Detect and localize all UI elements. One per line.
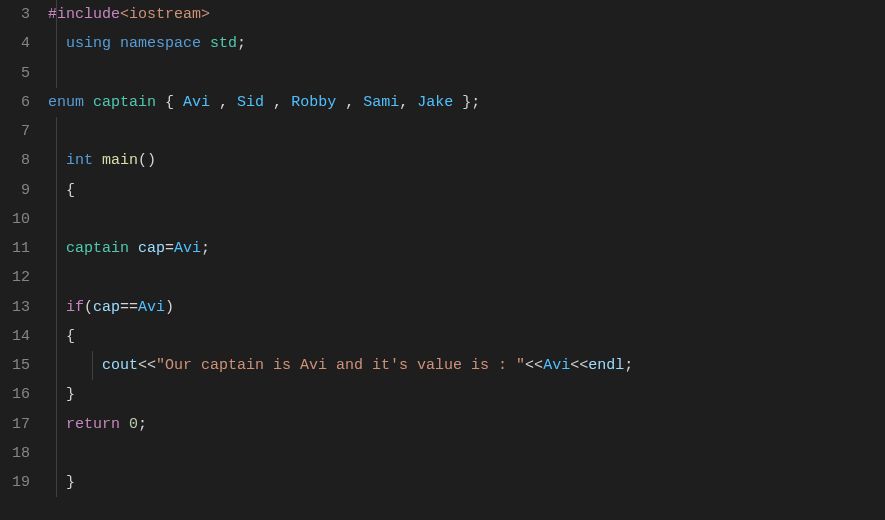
code-line[interactable] [48,263,885,292]
line-number: 13 [0,293,30,322]
line-number: 3 [0,0,30,29]
code-line[interactable] [48,439,885,468]
keyword-return: return [66,410,120,439]
enum-value: Avi [174,234,201,263]
enum-value: Sami [363,88,399,117]
var-cap: cap [93,293,120,322]
code-line[interactable]: cout<<"Our captain is Avi and it's value… [48,351,885,380]
brace-close: } [66,380,75,409]
code-line[interactable]: return 0; [48,410,885,439]
semicolon: ; [201,234,210,263]
line-number: 4 [0,29,30,58]
code-line[interactable]: using namespace std; [48,29,885,58]
line-number: 7 [0,117,30,146]
semicolon: ; [237,29,246,58]
keyword-enum: enum [48,88,84,117]
code-line[interactable] [48,205,885,234]
type-captain: captain [66,234,129,263]
semicolon: ; [624,351,633,380]
keyword-using: using [66,29,111,58]
function-main: main [93,146,138,175]
line-number: 19 [0,468,30,497]
code-line[interactable] [48,59,885,88]
line-number-gutter: 3 4 5 6 7 8 9 10 11 12 13 14 15 16 17 18… [0,0,48,520]
line-number: 6 [0,88,30,117]
keyword-namespace: namespace [120,29,201,58]
number-literal: 0 [120,410,138,439]
line-number: 17 [0,410,30,439]
line-number: 15 [0,351,30,380]
code-line[interactable] [48,117,885,146]
var-cap: cap [129,234,165,263]
line-number: 11 [0,234,30,263]
line-number: 14 [0,322,30,351]
enum-name: captain [93,88,156,117]
enum-value: Avi [138,293,165,322]
cout: cout [102,351,138,380]
line-number: 8 [0,146,30,175]
keyword-int: int [66,146,93,175]
code-line[interactable]: { [48,322,885,351]
line-number: 9 [0,176,30,205]
preprocessor: #include [48,0,120,29]
include-header: <iostream> [120,0,210,29]
code-content[interactable]: #include<iostream> using namespace std; … [48,0,885,520]
enum-value: Avi [543,351,570,380]
brace-open: { [156,88,183,117]
line-number: 18 [0,439,30,468]
brace-open: { [66,176,75,205]
line-number: 16 [0,380,30,409]
code-editor[interactable]: 3 4 5 6 7 8 9 10 11 12 13 14 15 16 17 18… [0,0,885,520]
namespace-std: std [210,29,237,58]
code-line[interactable]: int main() [48,146,885,175]
parentheses: () [138,146,156,175]
brace-close: } [66,468,75,497]
code-line[interactable]: if(cap==Avi) [48,293,885,322]
code-line[interactable]: } [48,380,885,409]
line-number: 5 [0,59,30,88]
line-number: 10 [0,205,30,234]
endl: endl [588,351,624,380]
keyword-if: if [66,293,84,322]
code-line[interactable]: captain cap=Avi; [48,234,885,263]
semicolon: ; [138,410,147,439]
enum-value: Robby [291,88,336,117]
brace-close: }; [453,88,480,117]
enum-value: Jake [417,88,453,117]
enum-value: Sid [237,88,264,117]
string-literal: "Our captain is Avi and it's value is : … [156,351,525,380]
code-line[interactable]: } [48,468,885,497]
brace-open: { [66,322,75,351]
code-line[interactable]: #include<iostream> [48,0,885,29]
enum-value: Avi [183,88,210,117]
line-number: 12 [0,263,30,292]
code-line[interactable]: { [48,176,885,205]
code-line[interactable]: enum captain { Avi , Sid , Robby , Sami,… [48,88,885,117]
